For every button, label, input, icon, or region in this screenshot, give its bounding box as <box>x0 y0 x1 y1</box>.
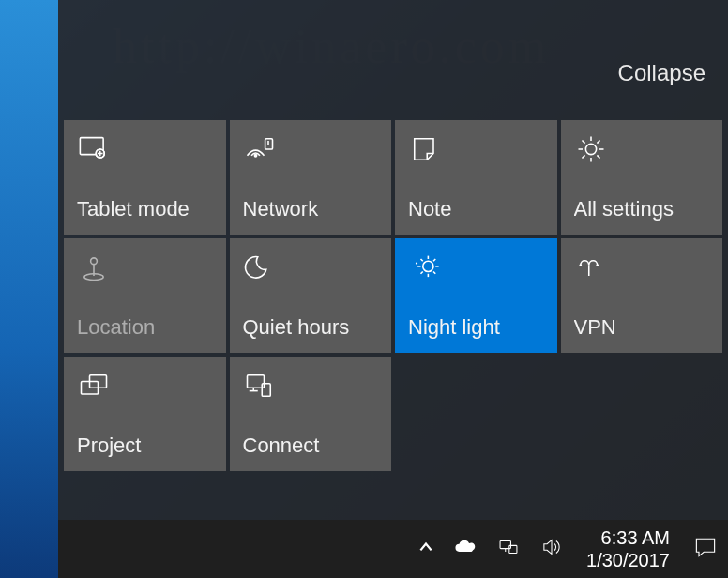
volume-icon[interactable] <box>539 535 564 563</box>
network-tray-icon[interactable] <box>496 535 521 563</box>
tile-note[interactable]: Note <box>395 120 557 235</box>
svg-line-26 <box>433 272 435 274</box>
tray-overflow-icon[interactable] <box>417 539 434 559</box>
onedrive-icon[interactable] <box>453 535 478 563</box>
clock-date: 1/30/2017 <box>586 549 670 571</box>
desktop-background-sliver <box>0 0 58 578</box>
moon-icon <box>243 250 279 285</box>
tile-night-light[interactable]: Night light <box>395 238 557 353</box>
tile-label: Network <box>243 197 379 221</box>
action-center-header: Collapse <box>58 0 728 120</box>
svg-line-13 <box>582 140 584 143</box>
tile-label: Tablet mode <box>77 197 213 221</box>
tile-tablet-mode[interactable]: Tablet mode <box>64 120 226 235</box>
tile-all-settings[interactable]: All settings <box>561 120 723 235</box>
action-center-panel: Collapse Tablet mode Network Note All <box>58 0 728 578</box>
svg-point-30 <box>579 264 582 266</box>
clock-time: 6:33 AM <box>586 526 670 549</box>
tile-label: VPN <box>574 315 710 340</box>
svg-point-31 <box>596 264 599 266</box>
tile-label: All settings <box>574 197 710 221</box>
svg-point-17 <box>91 258 98 265</box>
action-center-icon[interactable] <box>692 534 719 564</box>
quick-action-tiles: Tablet mode Network Note All settings Lo <box>58 120 728 471</box>
svg-point-8 <box>585 144 596 154</box>
system-tray <box>417 535 564 563</box>
collapse-button[interactable]: Collapse <box>618 60 705 86</box>
tile-connect[interactable]: Connect <box>230 357 392 471</box>
location-icon <box>77 250 113 285</box>
tile-label: Note <box>408 197 544 221</box>
tile-label: Project <box>77 434 213 458</box>
tile-vpn[interactable]: VPN <box>561 238 723 353</box>
svg-point-5 <box>254 155 256 157</box>
tile-location[interactable]: Location <box>64 238 226 353</box>
taskbar-clock[interactable]: 6:33 AM 1/30/2017 <box>581 526 675 571</box>
tile-project[interactable]: Project <box>64 357 226 471</box>
svg-line-15 <box>582 155 584 158</box>
svg-rect-38 <box>262 384 270 397</box>
network-icon <box>243 131 279 167</box>
tile-label: Location <box>77 315 213 340</box>
svg-point-29 <box>416 262 417 264</box>
night-light-icon <box>408 250 444 285</box>
taskbar: 6:33 AM 1/30/2017 <box>58 520 728 578</box>
tile-quiet-hours[interactable]: Quiet hours <box>230 238 392 353</box>
tile-label: Night light <box>408 315 544 340</box>
tile-label: Connect <box>243 434 379 458</box>
tile-label: Quiet hours <box>243 315 379 340</box>
svg-line-25 <box>421 259 423 261</box>
connect-icon <box>243 368 279 403</box>
svg-line-27 <box>421 272 423 274</box>
tile-network[interactable]: Network <box>230 120 392 235</box>
gear-icon <box>574 131 610 167</box>
tablet-mode-icon <box>77 131 113 167</box>
svg-point-20 <box>423 261 433 271</box>
svg-line-14 <box>597 155 599 158</box>
note-icon <box>408 131 444 167</box>
svg-line-16 <box>597 140 599 143</box>
vpn-icon <box>574 250 610 285</box>
svg-line-28 <box>433 259 435 261</box>
project-icon <box>77 368 113 403</box>
